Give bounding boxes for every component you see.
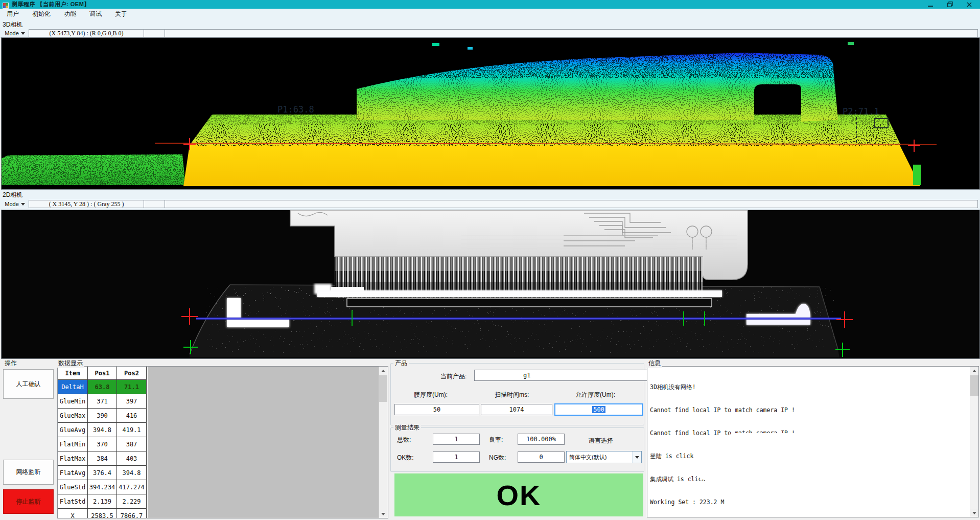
menu-about[interactable]: 关于 [108,9,134,19]
table-row[interactable]: FlatMin 370 387 [58,437,148,451]
info-label: 信息 [647,359,662,368]
network-listen-button[interactable]: 网络监听 [3,460,54,485]
menu-chrome: 用户 初始化 功能 调试 关于 3D相机 Mode (X 5473,Y 84) … [0,9,980,38]
total-input[interactable]: 1 [433,434,480,445]
3d-heightmap-image: P1:63.8 P2:71.1 [2,38,978,188]
menu-init[interactable]: 初始化 [26,9,57,19]
table-scrollbar[interactable] [379,367,388,518]
data-table: Item Pos1 Pos2 DeltaH 63.8 71.1 GlueMin … [57,366,388,518]
chevron-down-icon [21,32,25,35]
table-row[interactable]: X 2583.5 7866.7 [58,509,148,518]
col-pos1: Pos1 [88,367,117,380]
camera3d-status-box: (X 5473,Y 84) : (R 0,G 0,B 0) [29,29,144,37]
table-row[interactable]: FlatAvg 376.4 394.8 [58,466,148,480]
operations-label: 操作 [3,359,18,368]
yield-label: 良率: [489,436,503,444]
2d-grayscale-image [2,210,978,357]
camera2d-status-box3 [165,200,978,208]
current-product-label: 当前产品: [440,372,466,381]
close-button[interactable] [960,0,979,9]
camera2d-chrome: 2D相机 Mode ( X 3145, Y 28 ) : ( Gray 255 … [0,190,980,210]
scroll-up-icon[interactable] [970,367,978,375]
scan-time-input[interactable]: 1074 [481,404,552,415]
menu-debug[interactable]: 调试 [83,9,108,19]
camera3d-label: 3D相机 [3,20,22,29]
table-row[interactable]: GlueMax 390 416 [58,409,148,423]
camera3d-mode-row: Mode (X 5473,Y 84) : (R 0,G 0,B 0) [1,29,978,37]
result-status-banner: OK [394,473,643,516]
scroll-down-icon[interactable] [379,510,387,518]
camera3d-mode-button[interactable]: Mode [1,29,29,37]
language-select-label: 语言选择 [589,437,613,445]
chevron-down-icon [635,456,639,459]
data-display-label: 数据显示 [57,359,84,368]
menu-function[interactable]: 功能 [57,9,83,19]
info-scrollbar[interactable] [970,367,978,517]
camera3d-status-box3 [165,29,978,37]
scrollbar-thumb[interactable] [970,375,978,396]
app-window: 测厚程序 【当前用户: OEM】 用户 初始化 功能 调试 关于 3D相机 Mo… [0,0,980,520]
table-row[interactable]: GlueMin 371 397 [58,394,148,409]
menu-user[interactable]: 用户 [0,9,26,19]
redaction-patch [724,433,836,457]
yield-input[interactable]: 100.000% [518,434,565,445]
result-label: 测量结果 [393,423,421,432]
scrollbar-thumb[interactable] [379,375,387,402]
camera3d-view[interactable]: P1:63.8 P2:71.1 [1,37,980,190]
table-row[interactable]: FlatMax 384 403 [58,451,148,466]
redaction-patch [696,458,773,480]
info-log[interactable]: 3D相机没有网络! Cannot find local IP to match … [647,366,979,517]
camera2d-status-box2 [144,200,165,208]
close-icon [967,2,972,7]
chevron-down-icon [21,203,25,206]
allow-thickness-label: 允许厚度(Um): [575,391,615,399]
scan-time-label: 扫描时间ms: [495,391,529,399]
menu-bar: 用户 初始化 功能 调试 关于 [0,9,134,19]
ok-count-label: OK数: [397,454,414,462]
table-row[interactable]: FlatStd 2.139 2.229 [58,494,148,509]
camera2d-status-box: ( X 3145, Y 28 ) : ( Gray 255 ) [29,200,144,208]
ng-count-input[interactable]: 0 [518,451,565,463]
p2-measurement-label: P2:71.1 [843,106,879,117]
ok-count-input[interactable]: 1 [433,451,480,463]
stop-listen-button[interactable]: 停止监听 [3,489,54,514]
minimize-icon [928,2,933,7]
app-icon [3,2,9,8]
product-label: 产品 [393,359,409,368]
bottom-panel: 操作 人工确认 网络监听 停止监听 数据显示 Item Pos1 Pos2 De… [0,359,980,520]
table-header-row: Item Pos1 Pos2 [58,367,148,380]
table-row[interactable]: GlueStd 394.234 417.274 [58,480,148,494]
ng-count-label: NG数: [489,454,506,462]
allow-thickness-input[interactable]: 500 [554,403,643,416]
table-row[interactable]: DeltaH 63.8 71.1 [58,380,148,394]
scroll-down-icon[interactable] [970,509,978,517]
camera2d-view[interactable] [1,210,980,359]
table-row[interactable]: GlueAvg 394.8 419.1 [58,423,148,437]
col-pos2: Pos2 [117,367,147,380]
maximize-icon [947,2,953,7]
camera3d-status-box2 [144,29,165,37]
total-label: 总数: [397,436,411,444]
film-thickness-label: 膜厚度(Um): [414,391,448,399]
title-bar: 测厚程序 【当前用户: OEM】 [0,0,980,9]
language-dropdown[interactable]: 简体中文(默认) [566,451,642,463]
glue-slot [347,299,712,307]
film-thickness-input[interactable]: 50 [394,404,479,415]
window-title: 测厚程序 【当前用户: OEM】 [12,1,90,8]
scroll-up-icon[interactable] [379,367,387,375]
manual-confirm-button[interactable]: 人工确认 [3,369,54,399]
maximize-button[interactable] [940,0,960,9]
col-item: Item [58,367,88,380]
minimize-button[interactable] [921,0,940,9]
camera2d-mode-row: Mode ( X 3145, Y 28 ) : ( Gray 255 ) [1,200,978,208]
camera2d-mode-button[interactable]: Mode [1,200,29,208]
camera2d-label: 2D相机 [3,191,22,199]
p1-measurement-label: P1:63.8 [277,104,314,115]
